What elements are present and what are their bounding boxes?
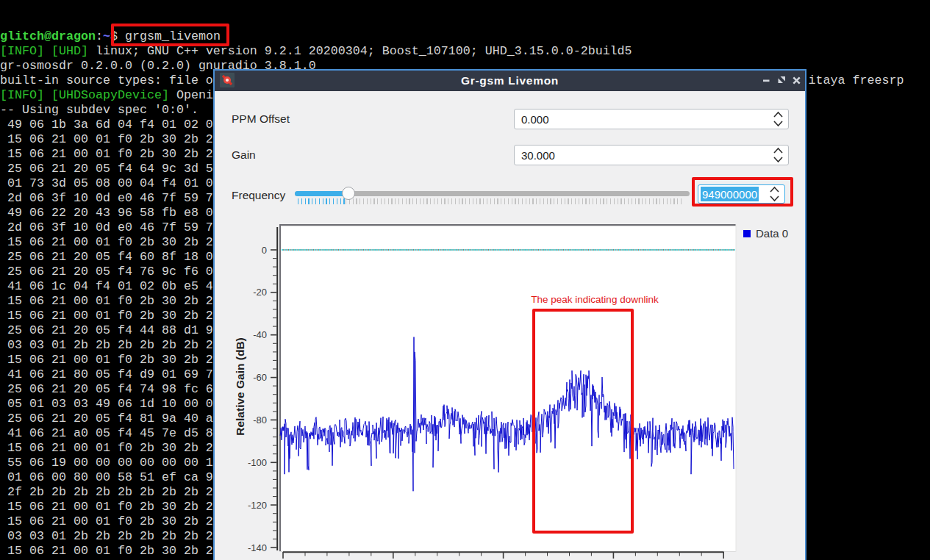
svg-text:Relative Gain (dB): Relative Gain (dB) [234,337,246,436]
